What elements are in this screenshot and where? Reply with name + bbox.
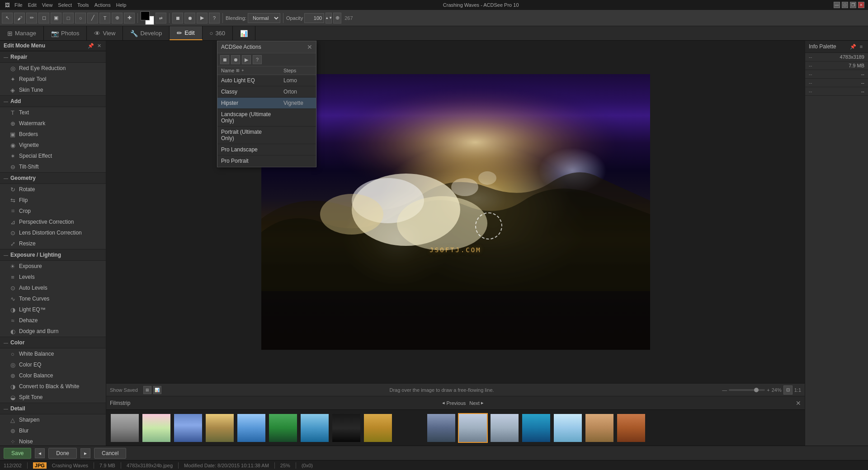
- menu-text[interactable]: T Text: [0, 107, 106, 118]
- add-col-icon[interactable]: +: [241, 68, 244, 73]
- thumb-15[interactable]: [553, 413, 583, 443]
- sort-name-icon[interactable]: ⊞: [236, 68, 240, 73]
- section-color-header[interactable]: — Color: [0, 337, 106, 348]
- tool-paint[interactable]: 🖌: [14, 13, 25, 24]
- tool-line[interactable]: ╱: [87, 13, 98, 24]
- thumb-2[interactable]: [142, 413, 171, 443]
- section-repair-header[interactable]: — Repair: [0, 51, 106, 63]
- tool-shape-ellipse[interactable]: ○: [75, 13, 86, 24]
- thumb-14[interactable]: [521, 413, 551, 443]
- tab-photos[interactable]: 📷 Photos: [44, 26, 87, 40]
- info-panel-options[interactable]: ≡: [858, 43, 864, 50]
- tab-view[interactable]: 👁 View: [87, 26, 123, 40]
- record-btn[interactable]: ⏹: [172, 13, 183, 24]
- canvas-area[interactable]: JSOFTJ.COM: [106, 41, 805, 383]
- tool-text[interactable]: T: [99, 13, 110, 24]
- menu-color-eq[interactable]: ◎ Color EQ: [0, 359, 106, 370]
- tool-heal[interactable]: ✚: [124, 13, 135, 24]
- extra-btn[interactable]: ⊕: [333, 13, 341, 24]
- tab-360[interactable]: ○ 360: [203, 26, 233, 40]
- menu-noise[interactable]: ⁘ Noise: [0, 436, 106, 446]
- menu-lens-distortion[interactable]: ⊙ Lens Distortion Correction: [0, 227, 106, 238]
- thumb-5[interactable]: [236, 413, 266, 443]
- thumb-10[interactable]: [395, 413, 425, 443]
- window-maximize-btn[interactable]: □: [842, 2, 848, 8]
- window-restore-btn[interactable]: ❐: [850, 2, 856, 8]
- thumb-13[interactable]: [490, 413, 519, 443]
- actions-stop-btn[interactable]: ⏹: [220, 55, 229, 64]
- menu-sharpen[interactable]: △ Sharpen: [0, 414, 106, 425]
- thumb-9[interactable]: [363, 413, 393, 443]
- menu-watermark[interactable]: ⊕ Watermark: [0, 118, 106, 129]
- zoom-minus-icon[interactable]: —: [722, 387, 727, 393]
- thumb-16[interactable]: [585, 413, 614, 443]
- menu-vignette[interactable]: ◉ Vignette: [0, 140, 106, 150]
- thumb-8[interactable]: [331, 413, 361, 443]
- menu-skin-tune[interactable]: ◈ Skin Tune: [0, 85, 106, 95]
- window-close-btn[interactable]: ✕: [858, 2, 864, 8]
- thumb-17[interactable]: [616, 413, 646, 443]
- tool-fill[interactable]: ▣: [51, 13, 61, 24]
- blending-select[interactable]: Normal Multiply Screen Overlay: [248, 13, 280, 23]
- action-portrait-ult[interactable]: Portrait (Ultimate Only): [217, 127, 316, 144]
- cancel-button[interactable]: Cancel: [94, 448, 126, 459]
- info-panel-pin[interactable]: 📌: [850, 43, 856, 50]
- action-help-btn[interactable]: ?: [209, 13, 220, 24]
- saved-grid-icon[interactable]: ⊞: [143, 386, 151, 394]
- app-menu-edit[interactable]: Edit: [26, 2, 38, 8]
- filmstrip-prev-btn[interactable]: ◂ Previous: [442, 400, 466, 406]
- menu-crop[interactable]: ⌗ Crop: [0, 206, 106, 216]
- action-landscape-ult[interactable]: Landscape (Ultimate Only): [217, 109, 316, 127]
- next-edit-btn[interactable]: ▸: [80, 448, 90, 458]
- actions-record-btn[interactable]: ⏺: [231, 55, 240, 64]
- zoom-plus-icon[interactable]: +: [767, 387, 769, 393]
- fit-btn[interactable]: ⊡: [783, 385, 793, 395]
- prev-edit-btn[interactable]: ◂: [35, 448, 45, 458]
- saved-chart-icon[interactable]: 📊: [153, 386, 161, 394]
- menu-split-tone[interactable]: ◒ Split Tone: [0, 392, 106, 403]
- menu-borders[interactable]: ▣ Borders: [0, 129, 106, 140]
- menu-flip[interactable]: ⇆ Flip: [0, 195, 106, 206]
- section-exposure-header[interactable]: — Exposure / Lighting: [0, 249, 106, 261]
- app-menu-file[interactable]: File: [13, 2, 24, 8]
- tool-eraser[interactable]: ◻: [38, 13, 49, 24]
- thumb-7[interactable]: [300, 413, 330, 443]
- menu-color-balance[interactable]: ⊛ Color Balance: [0, 370, 106, 381]
- action-classy[interactable]: Classy Orton: [217, 86, 316, 98]
- section-geometry-header[interactable]: — Geometry: [0, 172, 106, 184]
- tool-pencil[interactable]: ✏: [26, 13, 37, 24]
- show-saved-label[interactable]: Show Saved: [110, 387, 138, 393]
- thumb-6[interactable]: [268, 413, 298, 443]
- tab-manage[interactable]: ⊞ Manage: [0, 26, 44, 40]
- tool-shape-rect[interactable]: □: [63, 13, 74, 24]
- thumb-4[interactable]: [205, 413, 235, 443]
- filmstrip-close-btn[interactable]: ✕: [796, 400, 801, 407]
- thumb-11[interactable]: [426, 413, 456, 443]
- window-minimize-btn[interactable]: —: [834, 2, 840, 8]
- done-button[interactable]: Done: [48, 448, 77, 459]
- menu-red-eye[interactable]: ◎ Red Eye Reduction: [0, 63, 106, 74]
- tool-select[interactable]: ↖: [2, 13, 13, 24]
- menu-light-eq[interactable]: ◑ Light EQ™: [0, 304, 106, 315]
- opacity-input[interactable]: [304, 13, 324, 23]
- action-auto-light-eq[interactable]: Auto Light EQ Lomo: [217, 75, 316, 86]
- menu-white-balance[interactable]: ○ White Balance: [0, 348, 106, 359]
- menu-auto-levels[interactable]: ⊙ Auto Levels: [0, 282, 106, 293]
- menu-dodge-burn[interactable]: ◐ Dodge and Burn: [0, 326, 106, 337]
- play-stop-btn[interactable]: ⏺: [184, 13, 195, 24]
- thumb-3[interactable]: [173, 413, 203, 443]
- menu-perspective[interactable]: ⊿ Perspective Correction: [0, 216, 106, 227]
- panel-close-icon[interactable]: ✕: [96, 42, 102, 49]
- menu-exposure[interactable]: ☀ Exposure: [0, 261, 106, 272]
- thumb-1[interactable]: [110, 413, 140, 443]
- filmstrip-next-btn[interactable]: Next ▸: [469, 400, 484, 406]
- saved-icons[interactable]: ⊞ 📊: [143, 386, 161, 394]
- tab-stats[interactable]: 📊: [233, 26, 255, 40]
- panel-pin-icon[interactable]: 📌: [88, 42, 94, 49]
- zoom-slider[interactable]: [729, 389, 765, 391]
- section-detail-header[interactable]: — Detail: [0, 403, 106, 414]
- menu-special-effect[interactable]: ✶ Special Effect: [0, 150, 106, 161]
- tool-clone[interactable]: ⊕: [112, 13, 123, 24]
- tool-arrows[interactable]: ⇄: [156, 13, 166, 24]
- menu-blur[interactable]: ⊚ Blur: [0, 425, 106, 436]
